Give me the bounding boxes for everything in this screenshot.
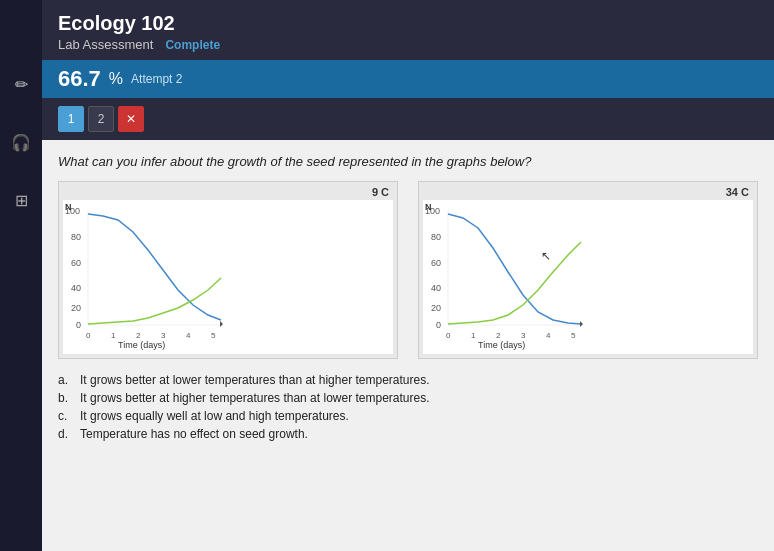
score-percent: 66.7 — [58, 66, 101, 92]
svg-rect-0 — [63, 200, 233, 350]
nav-btn-3[interactable]: ✕ — [118, 106, 144, 132]
question-nav: 1 2 ✕ — [42, 98, 774, 140]
choice-a-letter: a. — [58, 373, 74, 387]
svg-text:0: 0 — [76, 320, 81, 330]
graph-9c-title: 9 C — [63, 186, 393, 198]
choice-a-text: It grows better at lower temperatures th… — [80, 373, 758, 387]
svg-text:0: 0 — [86, 331, 91, 340]
main-content: Ecology 102 Lab Assessment Complete 66.7… — [42, 0, 774, 551]
answer-choices: a. It grows better at lower temperatures… — [58, 373, 758, 441]
svg-rect-18 — [423, 200, 593, 350]
choice-b-letter: b. — [58, 391, 74, 405]
question-text: What can you infer about the growth of t… — [58, 154, 758, 169]
svg-text:Time (days): Time (days) — [118, 340, 165, 350]
headphone-icon[interactable]: 🎧 — [7, 128, 35, 156]
svg-text:4: 4 — [546, 331, 551, 340]
grid-icon[interactable]: ⊞ — [7, 186, 35, 214]
choice-d-text: Temperature has no effect on seed growth… — [80, 427, 758, 441]
svg-text:0: 0 — [436, 320, 441, 330]
svg-text:2: 2 — [136, 331, 141, 340]
question-area: What can you infer about the growth of t… — [42, 140, 774, 551]
nav-btn-2[interactable]: 2 — [88, 106, 114, 132]
complete-badge: Complete — [165, 38, 220, 52]
svg-text:5: 5 — [211, 331, 216, 340]
graph-9c-visual: 100 80 60 40 20 0 N 0 1 2 3 4 — [63, 200, 233, 350]
choice-c-text: It grows equally well at low and high te… — [80, 409, 758, 423]
choice-b-text: It grows better at higher temperatures t… — [80, 391, 758, 405]
graph-9c: 9 C 100 80 60 40 20 0 — [58, 181, 398, 359]
graph-34c-svg: 100 80 60 40 20 0 N 0 1 2 3 4 — [423, 200, 753, 354]
graph-9c-svg: 100 80 60 40 20 0 N 0 1 2 3 4 — [63, 200, 393, 354]
svg-text:60: 60 — [71, 258, 81, 268]
svg-text:0: 0 — [446, 331, 451, 340]
nav-btn-1[interactable]: 1 — [58, 106, 84, 132]
svg-text:80: 80 — [431, 232, 441, 242]
graph-34c-title: 34 C — [423, 186, 753, 198]
score-symbol: % — [109, 70, 123, 88]
svg-text:N: N — [65, 202, 72, 212]
svg-text:40: 40 — [431, 283, 441, 293]
graph-34c-visual: 100 80 60 40 20 0 N 0 1 2 3 4 — [423, 200, 593, 350]
svg-text:1: 1 — [111, 331, 116, 340]
svg-text:60: 60 — [431, 258, 441, 268]
score-bar: 66.7 % Attempt 2 — [42, 60, 774, 98]
svg-text:2: 2 — [496, 331, 501, 340]
svg-text:20: 20 — [431, 303, 441, 313]
svg-text:N: N — [425, 202, 432, 212]
choice-a[interactable]: a. It grows better at lower temperatures… — [58, 373, 758, 387]
header-sub: Lab Assessment Complete — [58, 37, 758, 52]
svg-text:5: 5 — [571, 331, 576, 340]
svg-text:80: 80 — [71, 232, 81, 242]
svg-text:1: 1 — [471, 331, 476, 340]
choice-b[interactable]: b. It grows better at higher temperature… — [58, 391, 758, 405]
attempt-label: Attempt 2 — [131, 72, 182, 86]
choice-c-letter: c. — [58, 409, 74, 423]
course-title: Ecology 102 — [58, 12, 758, 35]
svg-text:20: 20 — [71, 303, 81, 313]
choice-d-letter: d. — [58, 427, 74, 441]
svg-text:4: 4 — [186, 331, 191, 340]
lab-assessment-label: Lab Assessment — [58, 37, 153, 52]
svg-text:↖: ↖ — [541, 249, 551, 263]
svg-text:Time (days): Time (days) — [478, 340, 525, 350]
svg-text:40: 40 — [71, 283, 81, 293]
graphs-container: 9 C 100 80 60 40 20 0 — [58, 181, 758, 359]
sidebar: ✏ 🎧 ⊞ — [0, 0, 42, 551]
choice-d[interactable]: d. Temperature has no effect on seed gro… — [58, 427, 758, 441]
pencil-icon[interactable]: ✏ — [7, 70, 35, 98]
svg-text:3: 3 — [161, 331, 166, 340]
svg-text:3: 3 — [521, 331, 526, 340]
header: Ecology 102 Lab Assessment Complete — [42, 0, 774, 60]
graph-34c: 34 C 100 80 60 40 20 0 — [418, 181, 758, 359]
choice-c[interactable]: c. It grows equally well at low and high… — [58, 409, 758, 423]
